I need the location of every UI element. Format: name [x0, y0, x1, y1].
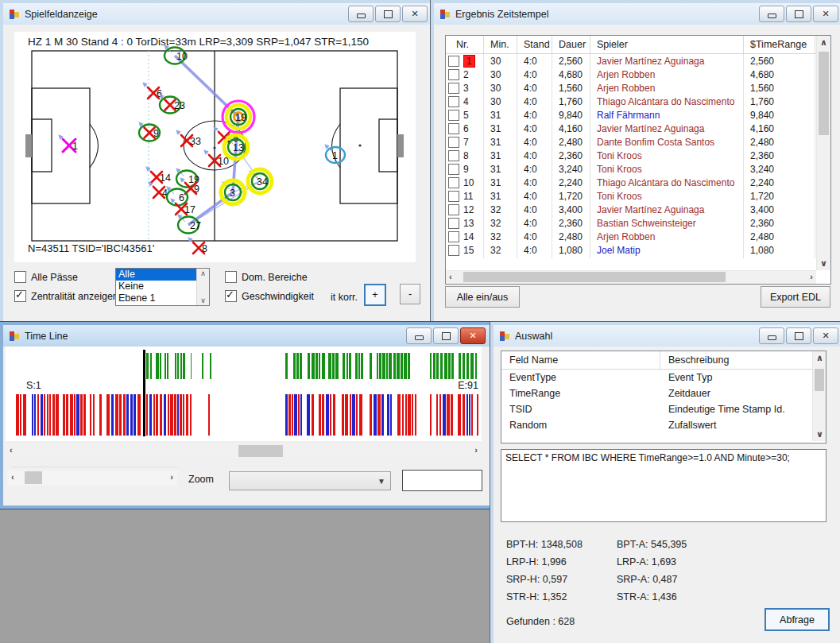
sql-query-box[interactable]: SELECT * FROM IBC WHERE TimeRange>=1.0 A…	[501, 449, 826, 522]
export-edl-button[interactable]: Export EDL	[761, 286, 830, 308]
table-row[interactable]: 15324:01,080Joel Matip1,080	[446, 243, 830, 257]
spielfeld-titlebar[interactable]: Spielfeldanzeige ✕	[3, 3, 432, 25]
table-row[interactable]: 2304:04,680Arjen Robben4,680	[446, 68, 830, 81]
row-checkbox[interactable]	[448, 110, 459, 121]
row-checkbox[interactable]	[448, 137, 459, 148]
scroll-up-icon[interactable]: ∧	[820, 38, 827, 47]
scroll-right-icon[interactable]: ›	[810, 273, 813, 281]
column-header[interactable]: Spieler	[590, 36, 744, 53]
scroll-up-icon[interactable]: ∧	[816, 354, 823, 362]
timeline-textbox[interactable]	[402, 470, 482, 491]
column-header[interactable]: Min.	[484, 36, 517, 53]
row-checkbox[interactable]	[448, 164, 459, 175]
close-button[interactable]: ✕	[813, 6, 838, 22]
column-header[interactable]: Stand	[517, 36, 552, 53]
row-checkbox[interactable]	[448, 96, 459, 107]
row-checkbox[interactable]	[448, 218, 459, 229]
table-row[interactable]: 6314:04,160Javier Martínez Aguinaga4,160	[446, 122, 830, 135]
row-checkbox[interactable]	[448, 231, 459, 242]
scroll-left-icon[interactable]: ‹	[11, 473, 14, 482]
vscroll-thumb[interactable]	[815, 369, 824, 391]
scroll-right-icon[interactable]: ›	[474, 446, 478, 455]
row-checkbox[interactable]	[448, 245, 459, 256]
table-row[interactable]: 7314:02,480Dante Bonfim Costa Santos2,48…	[446, 135, 830, 149]
hscroll-thumb[interactable]	[25, 471, 42, 484]
maximize-button[interactable]	[375, 6, 401, 22]
table-row[interactable]: 13324:02,360Bastian Schweinsteiger2,360	[446, 216, 830, 230]
geschwindigkeit-checkbox[interactable]	[225, 290, 237, 302]
auswahl-titlebar[interactable]: Auswahl ✕	[494, 325, 840, 347]
scroll-up-icon[interactable]: ∧	[200, 269, 206, 278]
hscroll-thumb[interactable]	[463, 272, 726, 282]
minimize-button[interactable]	[348, 6, 374, 22]
timeline-panel[interactable]: S:1 E:91	[6, 347, 482, 441]
row-checkbox[interactable]	[448, 56, 459, 67]
row-checkbox[interactable]	[448, 123, 459, 134]
scroll-right-icon[interactable]: ›	[170, 473, 173, 482]
column-header[interactable]: Dauer	[552, 36, 590, 53]
listbox-item[interactable]: Alle	[116, 269, 196, 281]
scroll-down-icon[interactable]: ∨	[816, 430, 823, 439]
table-row[interactable]: TimeRangeZeitdauer	[501, 385, 826, 401]
timeline-titlebar[interactable]: Time Line ✕	[3, 325, 490, 347]
zoom-combobox[interactable]: ▼	[229, 471, 391, 490]
timeline-hscrollbar[interactable]: ‹ ›	[6, 444, 482, 458]
minimize-button[interactable]	[406, 327, 432, 344]
table-row[interactable]: TSIDEindeutige Time Stamp Id.	[501, 401, 826, 417]
table-row[interactable]: 11314:01,720Toni Kroos1,720	[446, 189, 830, 203]
column-header[interactable]: Nr.	[446, 36, 484, 53]
table-row[interactable]: 14324:02,480Arjen Robben2,480	[446, 230, 830, 243]
table-row[interactable]: 9314:03,240Toni Kroos3,240	[446, 162, 830, 176]
plus-button[interactable]: +	[364, 284, 386, 306]
minus-button[interactable]: -	[400, 284, 420, 304]
ergebnis-titlebar[interactable]: Ergebnis Zeitstempel ✕	[434, 3, 840, 25]
table-row[interactable]: 1304:02,560Javier Martínez Aguinaga2,560	[446, 54, 830, 68]
scroll-left-icon[interactable]: ‹	[10, 446, 13, 455]
table-row[interactable]: 16324:01,160Klaas Jan Huntelaar1,160	[446, 257, 830, 258]
timestamp-table[interactable]: Nr.Min.StandDauerSpieler$TimeRange 1304:…	[445, 35, 831, 285]
row-checkbox[interactable]	[448, 204, 459, 215]
scroll-left-icon[interactable]: ‹	[449, 273, 452, 281]
dom-bereiche-checkbox[interactable]	[225, 271, 237, 283]
hscroll-thumb[interactable]	[238, 445, 283, 457]
close-button[interactable]: ✕	[402, 6, 428, 22]
table-row[interactable]: EventTypeEvent Typ	[501, 370, 826, 385]
maximize-button[interactable]	[433, 327, 459, 344]
maximize-button[interactable]	[786, 327, 811, 344]
close-button[interactable]: ✕	[460, 327, 486, 344]
listbox-item[interactable]: Keine	[116, 281, 196, 292]
timeline-position-marker[interactable]	[143, 350, 145, 436]
field-canvas[interactable]: HZ 1 M 30 Stand 4 : 0 TorDist=33m LRP=3,…	[14, 32, 416, 262]
row-checkbox[interactable]	[448, 177, 459, 188]
alle-ein-aus-button[interactable]: Alle ein/aus	[445, 286, 520, 308]
row-checkbox[interactable]	[448, 191, 459, 202]
table-hscrollbar[interactable]: ‹ ›	[446, 270, 816, 284]
ebene-listbox[interactable]: AlleKeineEbene 1 ∧ ∨	[115, 268, 210, 306]
row-checkbox[interactable]	[448, 69, 459, 80]
zentralitaet-checkbox[interactable]	[14, 290, 26, 302]
table-row[interactable]: 10314:02,240Thiago Alcántara do Nascimen…	[446, 176, 830, 189]
timeline-hscrollbar2[interactable]: ‹ ›	[7, 471, 177, 485]
table-vscrollbar[interactable]: ∧ ∨	[812, 351, 826, 441]
table-row[interactable]: 8314:02,360Toni Kroos2,360	[446, 149, 830, 162]
close-button[interactable]: ✕	[813, 327, 838, 344]
table-row[interactable]: 4304:01,760Thiago Alcántara do Nasciment…	[446, 95, 830, 108]
field-description-table[interactable]: Feld NameBeschreibung EventTypeEvent Typ…	[501, 351, 826, 444]
table-vscrollbar[interactable]: ∧ ∨	[816, 36, 830, 270]
vscroll-thumb[interactable]	[819, 52, 829, 135]
minimize-button[interactable]	[759, 6, 784, 22]
table-row[interactable]: 12324:03,400Javier Martínez Aguinaga3,40…	[446, 203, 830, 216]
row-checkbox[interactable]	[448, 258, 459, 259]
column-header[interactable]: Feld Name	[501, 351, 660, 369]
alle-paesse-checkbox[interactable]	[14, 271, 26, 283]
abfrage-button[interactable]: Abfrage	[765, 608, 830, 631]
table-row[interactable]: 5314:09,840Ralf Fährmann9,840	[446, 108, 830, 122]
row-checkbox[interactable]	[448, 83, 459, 94]
table-row[interactable]: 3304:01,560Arjen Robben1,560	[446, 81, 830, 95]
column-header[interactable]: Beschreibung	[660, 351, 812, 369]
listbox-scrollbar[interactable]: ∧ ∨	[196, 269, 209, 305]
minimize-button[interactable]	[759, 327, 784, 344]
scroll-down-icon[interactable]: ∨	[200, 296, 206, 305]
maximize-button[interactable]	[786, 6, 811, 22]
scroll-down-icon[interactable]: ∨	[820, 259, 827, 268]
